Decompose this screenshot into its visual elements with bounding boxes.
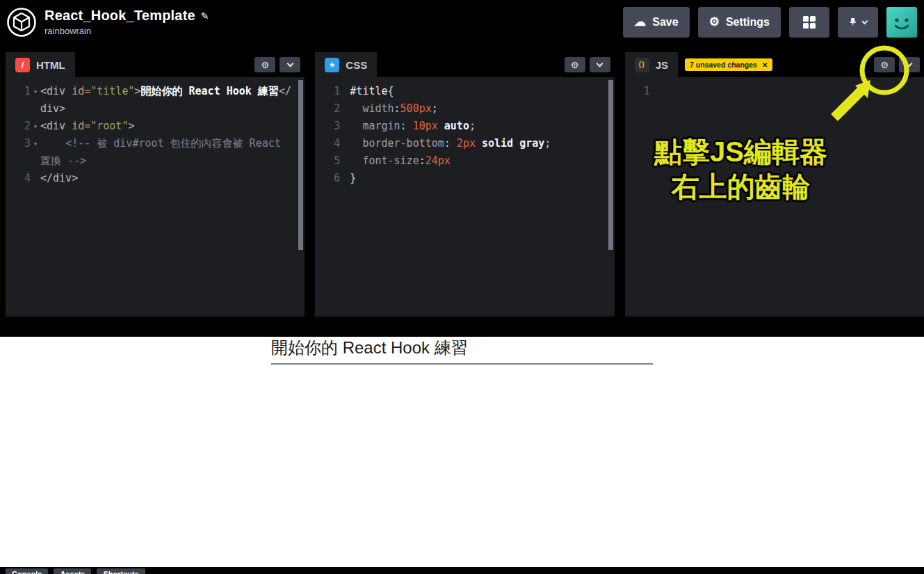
js-editor-settings-gear-icon[interactable]: ⚙: [874, 57, 895, 72]
code-line: 3 margin: 10px auto;: [315, 118, 614, 135]
code-line: 5 font-size:24px: [315, 152, 614, 170]
chevron-down-icon: [597, 61, 603, 67]
tab-js[interactable]: () JS: [625, 52, 678, 77]
css-code-editor[interactable]: 1#title{2 width:500px;3 margin: 10px aut…: [315, 77, 614, 317]
code-line: 1▾<div id="title">開始你的 React Hook 練習</di…: [6, 83, 305, 118]
save-label: Save: [652, 16, 678, 29]
js-panel-header: () JS 7 unsaved changes ✕ ⚙: [625, 52, 924, 77]
header: React_Hook_Template ✎ rainbowrain ☁ Save…: [0, 0, 924, 44]
html-panel-header: / HTML ⚙: [6, 52, 305, 77]
html-editor-settings-gear-icon[interactable]: ⚙: [254, 57, 275, 72]
badge-close-icon[interactable]: ✕: [762, 61, 768, 69]
code-line: 4 border-bottom: 2px solid gray;: [315, 135, 614, 152]
html-lang-icon: /: [15, 58, 30, 72]
html-editor-scrollbar[interactable]: [298, 80, 303, 250]
console-button[interactable]: Console: [6, 568, 48, 574]
chevron-down-icon: [906, 61, 913, 67]
unsaved-changes-text: 7 unsaved changes: [690, 61, 757, 69]
fold-arrow-placeholder: [340, 135, 350, 152]
unsaved-changes-badge: 7 unsaved changes ✕: [685, 58, 772, 71]
code-line: 1: [625, 83, 924, 100]
fold-arrow-placeholder: [340, 170, 350, 187]
code-line: 1#title{: [315, 83, 614, 100]
pen-author: rainbowrain: [44, 26, 623, 36]
settings-label: Settings: [726, 16, 770, 29]
shortcuts-button[interactable]: Shortcuts: [97, 568, 145, 574]
codepen-logo-icon[interactable]: [6, 6, 38, 38]
avatar[interactable]: [886, 7, 917, 38]
fold-arrow-icon[interactable]: ▾: [31, 118, 40, 135]
grid-view-icon: [802, 15, 816, 29]
tab-html-label: HTML: [36, 59, 65, 71]
pin-icon: [849, 16, 857, 29]
css-lang-icon: *: [325, 58, 339, 72]
pin-dropdown-button[interactable]: [838, 7, 878, 38]
preview-pane: 開始你的 React Hook 練習: [0, 337, 924, 567]
code-line: 6}: [315, 170, 614, 187]
css-editor-panel: * CSS ⚙ 1#title{2 width:500px;3 margin: …: [315, 52, 614, 317]
fold-arrow-placeholder: [340, 100, 350, 118]
gear-icon: ⚙: [709, 16, 720, 28]
html-editor-panel: / HTML ⚙ 1▾<div id="title">開始你的 React Ho…: [6, 52, 305, 317]
js-editor-panel: () JS 7 unsaved changes ✕ ⚙ 1: [625, 52, 924, 317]
footer-bar: Console Assets Shortcuts: [0, 567, 924, 574]
edit-title-pencil-icon[interactable]: ✎: [201, 10, 209, 22]
editor-area: / HTML ⚙ 1▾<div id="title">開始你的 React Ho…: [0, 44, 924, 317]
chevron-down-icon: [862, 18, 868, 24]
js-editor-collapse-button[interactable]: [899, 57, 920, 72]
html-code-editor[interactable]: 1▾<div id="title">開始你的 React Hook 練習</di…: [6, 77, 305, 317]
header-actions: ☁ Save ⚙ Settings: [623, 7, 917, 38]
fold-arrow-icon[interactable]: ▾: [31, 135, 40, 170]
change-view-button[interactable]: [789, 7, 829, 38]
js-code-editor[interactable]: 1: [625, 77, 924, 317]
html-editor-collapse-button[interactable]: [279, 57, 300, 72]
pen-title-block: React_Hook_Template ✎ rainbowrain: [44, 8, 623, 36]
css-editor-scrollbar[interactable]: [608, 80, 613, 250]
code-line: 4</div>: [6, 170, 305, 187]
css-editor-collapse-button[interactable]: [590, 57, 610, 72]
fold-arrow-placeholder: [31, 170, 40, 187]
cloud-icon: ☁: [634, 16, 646, 28]
css-panel-header: * CSS ⚙: [315, 52, 614, 77]
code-line: 3▾ <!-- 被 div#root 包住的內容會被 React 置換 -->: [6, 135, 305, 170]
fold-arrow-placeholder: [340, 152, 350, 170]
preview-heading: 開始你的 React Hook 練習: [271, 337, 653, 365]
fold-arrow-placeholder: [340, 83, 350, 100]
code-line: 2▾<div id="root">: [6, 118, 305, 135]
code-line: 2 width:500px;: [315, 100, 614, 118]
pen-title: React_Hook_Template: [44, 8, 195, 24]
tab-html[interactable]: / HTML: [6, 52, 75, 77]
settings-button[interactable]: ⚙ Settings: [698, 7, 781, 38]
fold-arrow-placeholder: [650, 83, 660, 100]
tab-css-label: CSS: [346, 59, 367, 71]
tab-js-label: JS: [656, 59, 668, 71]
fold-arrow-placeholder: [340, 118, 350, 135]
fold-arrow-icon[interactable]: ▾: [31, 83, 40, 118]
js-lang-icon: (): [635, 58, 649, 72]
editor-preview-resizer[interactable]: [0, 317, 924, 330]
assets-button[interactable]: Assets: [54, 568, 91, 574]
save-button[interactable]: ☁ Save: [623, 7, 689, 38]
chevron-down-icon: [286, 61, 293, 67]
css-editor-settings-gear-icon[interactable]: ⚙: [565, 57, 585, 72]
tab-css[interactable]: * CSS: [315, 52, 377, 77]
